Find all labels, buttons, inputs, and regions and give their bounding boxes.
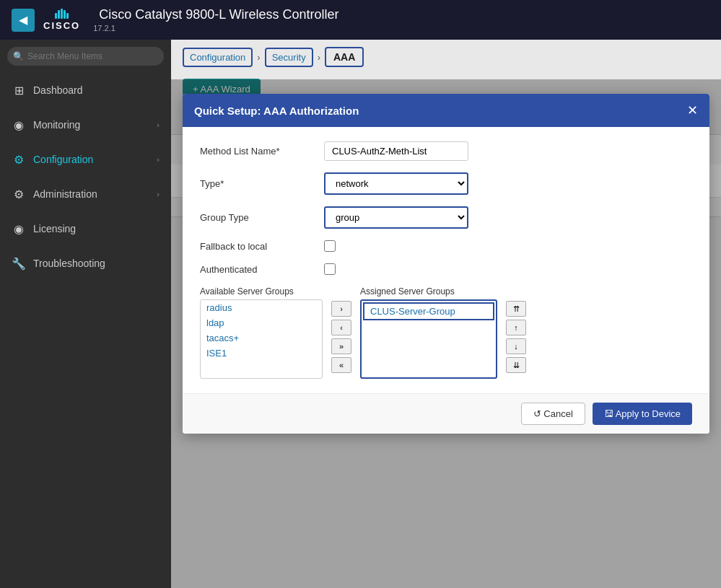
app-title: Cisco Catalyst 9800-L Wireless Controlle… [99, 7, 338, 22]
licensing-icon: ◉ [12, 221, 26, 236]
sidebar-item-licensing[interactable]: ◉ Licensing [0, 211, 171, 246]
authenticated-row: Authenticated [200, 263, 692, 275]
sidebar-item-monitoring[interactable]: ◉ Monitoring › [0, 107, 171, 142]
troubleshooting-icon: 🔧 [12, 256, 26, 271]
order-buttons: ⇈ ↑ ↓ ⇊ [506, 286, 526, 373]
assigned-server-list[interactable]: CLUS-Server-Group [360, 299, 497, 379]
modal-header: Quick Setup: AAA Authorization ✕ [183, 94, 709, 127]
modal-overlay: Quick Setup: AAA Authorization ✕ Method … [171, 79, 721, 588]
configuration-icon: ⚙ [12, 152, 26, 167]
method-list-name-row: Method List Name* [200, 141, 692, 161]
app-version: 17.2.1 [93, 24, 338, 32]
authenticated-checkbox[interactable] [324, 263, 336, 275]
back-button[interactable]: ◀ [12, 9, 35, 32]
transfer-right-single-button[interactable]: › [331, 301, 351, 317]
order-top-button[interactable]: ⇈ [506, 301, 526, 317]
sidebar-item-label: Dashboard [33, 84, 83, 96]
quick-setup-modal: Quick Setup: AAA Authorization ✕ Method … [183, 94, 709, 434]
breadcrumb-sep-2: › [318, 52, 320, 63]
breadcrumb-configuration[interactable]: Configuration [183, 48, 253, 67]
search-box[interactable]: 🔍 [7, 47, 164, 66]
monitoring-icon: ◉ [12, 118, 26, 132]
order-up-button[interactable]: ↑ [506, 320, 526, 335]
assigned-server-groups-box: Assigned Server Groups CLUS-Server-Group [360, 286, 497, 379]
available-server-list[interactable]: radius ldap tacacs+ ISE1 [200, 299, 323, 379]
breadcrumb-aaa: AAA [325, 47, 364, 67]
chevron-right-icon: › [157, 190, 160, 198]
type-label: Type* [200, 178, 315, 189]
sidebar-item-troubleshooting[interactable]: 🔧 Troubleshooting [0, 246, 171, 281]
server-groups-section: Available Server Groups radius ldap taca… [200, 286, 692, 379]
sidebar-item-label: Administration [33, 188, 97, 200]
group-type-label: Group Type [200, 212, 315, 223]
transfer-buttons: › ‹ » « [331, 286, 351, 373]
breadcrumb-sep-1: › [257, 52, 260, 63]
chevron-right-icon: › [157, 155, 160, 164]
chevron-right-icon: › [157, 120, 160, 129]
list-item[interactable]: ldap [201, 315, 322, 330]
list-item[interactable]: ISE1 [201, 346, 322, 361]
list-item[interactable]: tacacs+ [201, 330, 322, 346]
sidebar-item-label: Configuration [33, 154, 93, 165]
topbar: ◀ CISCO Cisco Catalyst 9800-L Wireless C… [0, 0, 721, 40]
transfer-left-all-button[interactable]: « [331, 357, 351, 373]
method-list-name-label: Method List Name* [200, 146, 315, 157]
modal-footer: ↺ Cancel 🖫 Apply to Device [183, 393, 709, 434]
dashboard-icon: ⊞ [12, 83, 26, 97]
authenticated-label: Authenticated [200, 264, 315, 275]
sidebar-item-label: Monitoring [33, 119, 80, 131]
fallback-label: Fallback to local [200, 241, 315, 252]
sidebar-item-label: Licensing [33, 223, 76, 234]
sidebar-item-administration[interactable]: ⚙ Administration › [0, 177, 171, 211]
cancel-button[interactable]: ↺ Cancel [521, 403, 585, 425]
apply-to-device-button[interactable]: 🖫 Apply to Device [593, 403, 692, 425]
type-select[interactable]: network exec commands reverse-access aut… [324, 172, 468, 195]
order-bottom-button[interactable]: ⇊ [506, 357, 526, 373]
search-input[interactable] [7, 47, 164, 66]
modal-close-button[interactable]: ✕ [687, 102, 698, 118]
sidebar-item-label: Troubleshooting [33, 258, 105, 269]
breadcrumb: Configuration › Security › AAA [171, 40, 721, 74]
sidebar-item-configuration[interactable]: ⚙ Configuration › [0, 142, 171, 177]
method-list-name-input[interactable] [324, 141, 468, 161]
group-type-select[interactable]: group local if-authenticated [324, 206, 468, 229]
group-type-row: Group Type group local if-authenticated [200, 206, 692, 229]
sidebar-item-dashboard[interactable]: ⊞ Dashboard [0, 73, 171, 107]
breadcrumb-security[interactable]: Security [265, 48, 313, 67]
administration-icon: ⚙ [12, 187, 26, 201]
fallback-row: Fallback to local [200, 240, 692, 252]
available-groups-label: Available Server Groups [200, 286, 323, 297]
list-item[interactable]: CLUS-Server-Group [363, 302, 494, 320]
modal-body: Method List Name* Type* network exec com… [183, 127, 709, 393]
search-icon: 🔍 [13, 51, 24, 61]
transfer-left-single-button[interactable]: ‹ [331, 320, 351, 335]
cisco-logo: CISCO [43, 9, 80, 31]
modal-title: Quick Setup: AAA Authorization [194, 105, 359, 117]
fallback-checkbox[interactable] [324, 240, 336, 252]
order-down-button[interactable]: ↓ [506, 338, 526, 354]
transfer-right-all-button[interactable]: » [331, 338, 351, 354]
available-server-groups-box: Available Server Groups radius ldap taca… [200, 286, 323, 379]
type-row: Type* network exec commands reverse-acce… [200, 172, 692, 195]
sidebar: 🔍 ⊞ Dashboard ◉ Monitoring › ⚙ Configura… [0, 40, 171, 588]
assigned-groups-label: Assigned Server Groups [360, 286, 497, 297]
list-item[interactable]: radius [201, 300, 322, 315]
